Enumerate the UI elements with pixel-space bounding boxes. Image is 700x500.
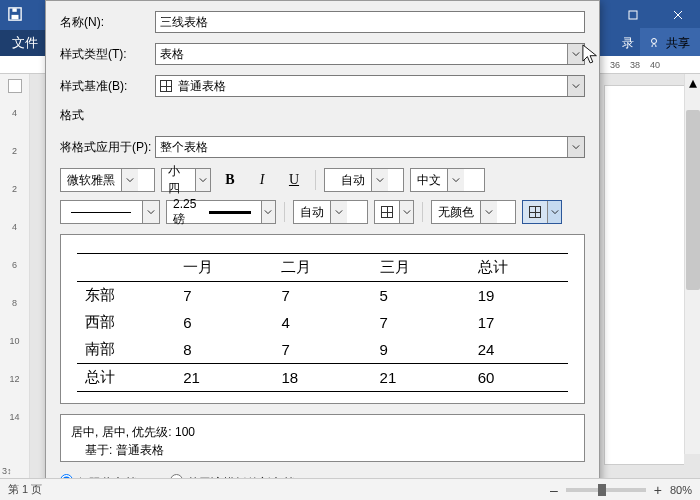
share-button[interactable]: 共享 xyxy=(640,28,700,58)
table-header xyxy=(77,254,175,282)
style-base-label: 样式基准(B): xyxy=(60,78,155,95)
table-row: 西部 6 4 7 17 xyxy=(77,309,568,336)
apply-icon xyxy=(529,206,541,218)
style-description: 居中, 居中, 优先级: 100 基于: 普通表格 xyxy=(60,414,585,462)
vertical-ruler: 4 2 2 4 6 8 10 12 14 xyxy=(0,98,29,464)
line-weight-combo[interactable]: 2.25 磅 xyxy=(166,200,276,224)
svg-point-7 xyxy=(652,38,657,43)
bold-button[interactable]: B xyxy=(217,168,243,192)
zoom-in-button[interactable]: + xyxy=(654,482,662,498)
table-header: 总计 xyxy=(470,254,568,282)
fill-color-combo[interactable]: 无颜色 xyxy=(431,200,516,224)
underline-button[interactable]: U xyxy=(281,168,307,192)
zoom-out-button[interactable]: – xyxy=(550,482,558,498)
font-size-combo[interactable]: 小四 xyxy=(161,168,211,192)
login-link[interactable]: 录 xyxy=(622,35,634,52)
apply-to-combo[interactable]: 整个表格 xyxy=(155,136,585,158)
ruler-tick: 36 xyxy=(610,60,620,70)
chevron-down-icon[interactable] xyxy=(547,201,561,223)
name-label: 名称(N): xyxy=(60,14,155,31)
close-button[interactable] xyxy=(655,0,700,30)
document-page xyxy=(604,85,684,465)
chevron-down-icon[interactable] xyxy=(195,169,210,191)
italic-button[interactable]: I xyxy=(249,168,275,192)
ruler-origin-icon[interactable] xyxy=(8,79,22,93)
maximize-button[interactable] xyxy=(610,0,655,30)
chevron-down-icon[interactable] xyxy=(121,169,138,191)
border-color-combo[interactable]: 自动 xyxy=(293,200,368,224)
status-bar: 第 1 页 – + 80% xyxy=(0,478,700,500)
language-combo[interactable]: 中文 xyxy=(410,168,485,192)
font-toolbar: 微软雅黑 小四 B I U 自动 中文 xyxy=(60,168,585,192)
zoom-slider[interactable] xyxy=(566,488,646,492)
style-type-combo[interactable]: 表格 xyxy=(155,43,585,65)
scroll-thumb[interactable] xyxy=(686,110,700,290)
svg-rect-1 xyxy=(12,14,19,18)
table-header: 二月 xyxy=(273,254,371,282)
page-count-icon: 3↕ xyxy=(0,464,29,478)
left-gutter: 4 2 2 4 6 8 10 12 14 3↕ xyxy=(0,74,30,478)
ruler-tick: 38 xyxy=(630,60,640,70)
style-type-label: 样式类型(T): xyxy=(60,46,155,63)
chevron-down-icon[interactable] xyxy=(480,201,497,223)
border-toolbar: 2.25 磅 自动 无颜色 xyxy=(60,200,585,224)
style-base-value: 普通表格 xyxy=(156,76,567,97)
chevron-down-icon[interactable] xyxy=(142,201,159,223)
apply-to-label: 将格式应用于(P): xyxy=(60,139,155,156)
save-icon[interactable] xyxy=(8,7,22,24)
table-header: 一月 xyxy=(175,254,273,282)
chevron-down-icon[interactable] xyxy=(447,169,464,191)
separator xyxy=(315,170,316,190)
style-preview: 一月 二月 三月 总计 东部 7 7 5 19 西部 6 4 7 1 xyxy=(60,234,585,404)
separator xyxy=(422,202,423,222)
zoom-percent[interactable]: 80% xyxy=(670,484,692,496)
separator xyxy=(284,202,285,222)
font-color-combo[interactable]: 自动 xyxy=(324,168,404,192)
page-indicator[interactable]: 第 1 页 xyxy=(8,482,42,497)
table-icon xyxy=(160,80,172,92)
line-style-combo[interactable] xyxy=(60,200,160,224)
chevron-down-icon[interactable] xyxy=(261,201,275,223)
svg-rect-2 xyxy=(12,8,16,12)
style-name-input[interactable] xyxy=(155,11,585,33)
vertical-scrollbar[interactable]: ▴ xyxy=(684,74,700,454)
zoom-slider-thumb[interactable] xyxy=(598,484,606,496)
apply-borders-split-button[interactable] xyxy=(522,200,562,224)
chevron-down-icon[interactable] xyxy=(399,201,413,223)
chevron-down-icon[interactable] xyxy=(567,76,584,96)
file-tab[interactable]: 文件 xyxy=(0,30,50,56)
preview-table: 一月 二月 三月 总计 东部 7 7 5 19 西部 6 4 7 1 xyxy=(77,253,568,392)
style-type-value: 表格 xyxy=(156,44,567,65)
style-base-combo[interactable]: 普通表格 xyxy=(155,75,585,97)
svg-rect-4 xyxy=(629,11,637,19)
apply-to-value: 整个表格 xyxy=(156,137,567,158)
modify-style-dialog: 名称(N): 样式类型(T): 表格 样式基准(B): 普通表格 格式 将格式应… xyxy=(45,0,600,500)
chevron-down-icon[interactable] xyxy=(330,201,347,223)
borders-icon xyxy=(381,206,393,218)
font-name-combo[interactable]: 微软雅黑 xyxy=(60,168,155,192)
line-sample-icon xyxy=(71,212,131,213)
table-total-row: 总计 21 18 21 60 xyxy=(77,364,568,392)
share-icon xyxy=(650,36,662,51)
format-section-title: 格式 xyxy=(60,107,585,124)
chevron-down-icon[interactable] xyxy=(371,169,388,191)
scroll-up-arrow[interactable]: ▴ xyxy=(686,74,700,90)
ruler-tick: 40 xyxy=(650,60,660,70)
chevron-down-icon[interactable] xyxy=(567,137,584,157)
line-weight-sample-icon xyxy=(209,211,250,214)
borders-button[interactable] xyxy=(374,200,414,224)
chevron-down-icon[interactable] xyxy=(567,44,584,64)
table-row: 南部 8 7 9 24 xyxy=(77,336,568,364)
table-header: 三月 xyxy=(372,254,470,282)
table-row: 东部 7 7 5 19 xyxy=(77,282,568,310)
share-label: 共享 xyxy=(666,35,690,52)
